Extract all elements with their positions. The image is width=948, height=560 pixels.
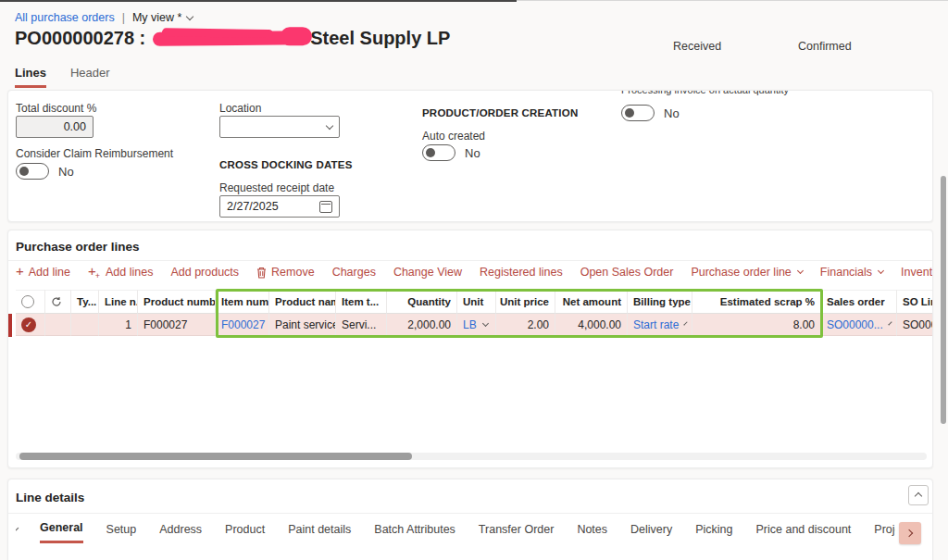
tab-lines[interactable]: Lines (15, 66, 46, 88)
item-number-link[interactable]: F000027 (221, 318, 265, 331)
row-item-number-cell: F000027 (216, 314, 269, 336)
column-header-sales-order[interactable]: Sales order (821, 290, 897, 314)
chevron-down-icon (186, 12, 193, 19)
clipped-field-label: Processing invoice on actual quantity (621, 90, 789, 95)
column-header-product-number[interactable]: Product number (138, 290, 216, 314)
po-number: PO000000278 : (15, 28, 145, 49)
tab-price-and-discount[interactable]: Price and discount (755, 523, 851, 542)
registered-lines-button[interactable]: Registered lines (480, 266, 563, 279)
total-discount-input[interactable]: 0.00 (16, 116, 94, 138)
refresh-header[interactable] (45, 290, 71, 314)
select-all-header[interactable] (16, 290, 45, 314)
row-select-cell[interactable]: ✓ (16, 314, 45, 336)
grid-row-1[interactable]: ✓ 1 F000027 F000027 Paint service Servi.… (16, 314, 932, 336)
inventory-label: Inventory (901, 266, 933, 279)
calendar-icon[interactable] (319, 201, 332, 213)
row-product-name-cell: Paint service (269, 314, 336, 336)
location-combobox[interactable] (219, 116, 340, 138)
collapse-section-button[interactable] (908, 485, 929, 505)
requested-receipt-date-value: 2/27/2025 (227, 200, 279, 213)
unit-link[interactable]: LB (463, 318, 477, 331)
tab-project[interactable]: Project (874, 523, 895, 542)
add-products-button[interactable]: Add products (170, 266, 239, 279)
toggle-off-icon[interactable] (16, 163, 49, 180)
tab-transfer-order[interactable]: Transfer Order (479, 523, 555, 542)
redaction-scribble (153, 31, 308, 46)
chevron-down-icon (797, 268, 804, 274)
breadcrumb-all-purchase-orders-link[interactable]: All purchase orders (15, 11, 115, 24)
tab-delivery[interactable]: Delivery (630, 523, 672, 542)
tab-product[interactable]: Product (225, 523, 265, 542)
inventory-menu[interactable]: Inventory (901, 266, 933, 279)
column-header-quantity[interactable]: Quantity (387, 290, 457, 314)
financials-menu[interactable]: Financials (820, 266, 883, 279)
column-header-unit[interactable]: Unit (457, 290, 496, 314)
financials-label: Financials (820, 266, 872, 279)
horizontal-scrollbar[interactable] (16, 453, 927, 460)
column-header-unit-price[interactable]: Unit price (496, 290, 555, 314)
toggle-off-icon[interactable] (621, 105, 655, 121)
column-header-so-line[interactable]: SO Lin ⋮ (897, 290, 933, 314)
lines-section-title: Purchase order lines (16, 240, 140, 254)
add-lines-button[interactable]: Add lines (88, 266, 153, 279)
view-selector[interactable]: My view * (132, 11, 193, 24)
remove-button[interactable]: Remove (256, 266, 315, 279)
billing-type-link[interactable]: Start rate (633, 318, 679, 331)
column-header-product-name[interactable]: Product name (269, 290, 336, 314)
row-sales-order-cell[interactable]: SO00000... (821, 314, 897, 336)
chevron-down-icon[interactable] (684, 321, 688, 325)
row-selection-bar (8, 314, 12, 337)
open-sales-order-label: Open Sales Order (580, 266, 674, 279)
breadcrumb-separator: | (122, 11, 125, 24)
tab-header[interactable]: Header (70, 66, 110, 88)
tab-general[interactable]: General (40, 521, 83, 543)
product-order-creation-section-header: PRODUCT/ORDER CREATION (422, 107, 578, 118)
vendor-name: Steel Supply LP (310, 28, 450, 49)
requested-receipt-date-input[interactable]: 2/27/2025 (219, 195, 340, 218)
horizontal-scrollbar-thumb[interactable] (19, 453, 412, 460)
cross-docking-section-header: CROSS DOCKING DATES (219, 159, 353, 170)
column-header-net-amount[interactable]: Net amount (555, 290, 628, 314)
page-title: PO000000278 : Steel Supply LP (15, 28, 450, 49)
column-header-type[interactable]: Ty... (71, 290, 99, 314)
column-header-line-number[interactable]: Line n... (99, 290, 138, 314)
row-unit-price-cell[interactable]: 2.00 (496, 314, 555, 336)
tab-notes[interactable]: Notes (577, 523, 607, 542)
tab-address[interactable]: Address (159, 523, 202, 542)
row-estimated-scrap-cell[interactable]: 8.00 (692, 314, 821, 336)
change-view-button[interactable]: Change View (393, 266, 462, 279)
column-header-item-number[interactable]: Item num... (216, 290, 269, 314)
row-quantity-cell[interactable]: 2,000.00 (387, 314, 457, 336)
tab-scroll-left-icon[interactable] (16, 527, 19, 532)
charges-button[interactable]: Charges (332, 266, 376, 279)
registered-lines-label: Registered lines (480, 266, 563, 279)
tab-setup[interactable]: Setup (106, 523, 137, 542)
row-net-amount-cell: 4,000.00 (555, 314, 628, 336)
chevron-down-icon[interactable] (482, 319, 489, 326)
column-header-billing-type[interactable]: Billing type (628, 290, 692, 314)
multi-plus-icon (88, 266, 101, 279)
toggle-off-icon[interactable] (422, 144, 455, 161)
select-all-circle-icon (21, 295, 34, 308)
line-details-panel: Line details General Setup Address Produ… (7, 479, 933, 560)
chevron-down-icon[interactable] (888, 321, 892, 325)
add-products-label: Add products (170, 266, 239, 279)
chevron-right-icon (905, 529, 913, 537)
purchase-order-line-menu[interactable]: Purchase order line (691, 266, 802, 279)
lines-toolbar: Add line Add lines Add products Remove C… (16, 265, 933, 280)
total-discount-label: Total discount % (16, 102, 96, 115)
tab-scroll-right-button[interactable] (899, 522, 921, 544)
row-unit-cell[interactable]: LB (457, 314, 496, 336)
vertical-scrollbar-thumb[interactable] (941, 176, 946, 424)
tab-paint-details[interactable]: Paint details (288, 523, 351, 542)
tab-batch-attributes[interactable]: Batch Attributes (374, 523, 455, 542)
column-header-item-type[interactable]: Item t... (336, 290, 387, 314)
add-line-button[interactable]: Add line (16, 266, 70, 279)
tab-picking[interactable]: Picking (695, 523, 732, 542)
open-sales-order-button[interactable]: Open Sales Order (580, 266, 674, 279)
auto-created-label: Auto created (422, 130, 485, 143)
consider-claim-value: No (58, 165, 74, 179)
column-header-estimated-scrap[interactable]: Estimated scrap % (692, 290, 821, 314)
sales-order-link[interactable]: SO00000... (827, 318, 883, 331)
row-billing-type-cell[interactable]: Start rate (628, 314, 692, 336)
